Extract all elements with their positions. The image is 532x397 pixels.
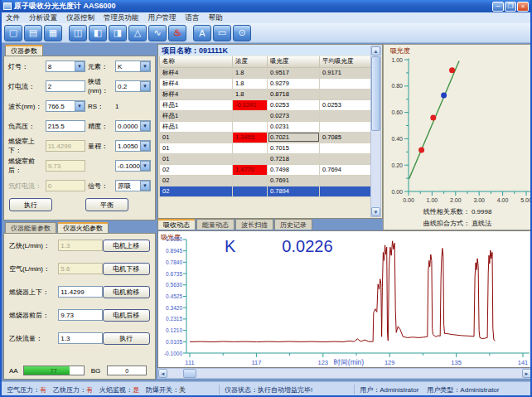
chevron-down-icon[interactable]: ▼ (140, 141, 150, 151)
chevron-down-icon[interactable]: ▼ (140, 121, 150, 131)
open-file-icon[interactable]: ▤ (24, 25, 42, 41)
table-row[interactable]: 021.47700.74980.7694 (160, 164, 373, 175)
precision-select[interactable]: 0.0000▼ (115, 120, 151, 132)
table-row[interactable]: 010.7015 (160, 143, 373, 153)
acetylene-flow-input[interactable]: 1.3 (58, 332, 102, 344)
instrument-device-icon[interactable]: ▭ (213, 25, 231, 41)
chevron-down-icon[interactable]: ▼ (75, 101, 85, 111)
burner-fb-input: 9.73 (46, 160, 85, 172)
flame-ignite-icon[interactable]: ♨ (168, 25, 186, 41)
menu-file[interactable]: 文件 (6, 13, 20, 23)
tab-flame-params[interactable]: 仪器火焰参数 (57, 222, 109, 233)
slit-select[interactable]: 0.2▼ (115, 80, 151, 92)
table-row[interactable]: 样品1-0.12410.02530.0253 (160, 99, 373, 110)
acetylene-flow-label: 乙炔流量： (9, 334, 58, 343)
scroll-left-icon[interactable]: ◄ (158, 369, 167, 378)
burner-fb-label: 燃烧室前后： (8, 157, 46, 175)
project-name-row: 项目名称：091111K (158, 45, 382, 56)
tab-energy-params[interactable]: 仪器能量参数 (5, 222, 56, 233)
lamp-current-input[interactable]: 2 (46, 80, 85, 92)
tab-wavelength-scan[interactable]: 波长扫描 (235, 219, 273, 230)
svg-text:117: 117 (251, 359, 261, 366)
table-row[interactable]: 标样41.80.95170.9171 (160, 67, 373, 78)
aa-progress-bar: 77 (23, 366, 85, 375)
wavelength-adjust-icon[interactable]: ∿ (148, 25, 167, 41)
range-select[interactable]: 1.0050▼ (115, 140, 151, 152)
tab-energy-dynamic[interactable]: 能量动态 (196, 219, 235, 230)
burner-ud-input: 11.4299 (46, 140, 85, 152)
table-row[interactable]: 样品10.0231 (160, 121, 373, 132)
wavelength-select[interactable]: 766.5▼ (46, 100, 85, 112)
table-scroll-thumb[interactable] (371, 56, 380, 131)
slit-value: 0.2 (116, 83, 140, 90)
energy-indicators: AA 77 BG 0 (9, 365, 150, 376)
motor-up-button[interactable]: 电机上移 (103, 240, 150, 252)
signal-label: 信号： (85, 182, 115, 191)
element-value: K (116, 63, 140, 70)
lamp-no-select[interactable]: 8▼ (46, 61, 85, 72)
restore-button[interactable]: ❐ (505, 2, 516, 12)
burner-fb2-input[interactable]: 9.73 (58, 309, 102, 321)
acetylene-label: 乙炔(L/min)： (9, 241, 58, 250)
precision-label: 精度： (85, 122, 115, 131)
scroll-up-icon[interactable]: ▲ (371, 46, 380, 56)
menu-user-management[interactable]: 用户管理 (148, 13, 177, 23)
flame-execute-button[interactable]: 执行 (103, 332, 150, 345)
table-row-selected[interactable]: 020.7894 (160, 186, 373, 196)
motor-back-button[interactable]: 电机后移 (103, 309, 150, 322)
table-row[interactable]: 020.7691 (160, 175, 373, 186)
table-vertical-scrollbar[interactable]: ▲ ▼ (370, 46, 381, 217)
execute-button[interactable]: 执行 (9, 198, 52, 211)
menu-analysis-settings[interactable]: 分析设置 (29, 13, 57, 23)
svg-text:-0.1000: -0.1000 (164, 351, 182, 356)
lamp-scan-icon[interactable]: ◨ (109, 25, 127, 41)
lamp-energy-icon[interactable]: ◧ (89, 25, 107, 41)
air-input: 5.6 (58, 263, 102, 274)
burner-fb2-label: 燃烧器前后： (9, 311, 58, 320)
tab-absorbance-dynamic[interactable]: 吸收动态 (157, 219, 196, 230)
lamp-scan-glyph: ◨ (114, 27, 122, 38)
neg-hv-input[interactable]: 215.5 (46, 120, 85, 132)
tab-instrument-params[interactable]: 仪器参数 (5, 45, 43, 56)
new-file-icon[interactable]: ▢ (4, 25, 22, 41)
air-label: 空气(L/min)： (9, 264, 58, 274)
table-row[interactable]: 标样41.80.8718 (160, 89, 373, 99)
signal-select[interactable]: 原吸▼ (115, 180, 151, 191)
chart-horizontal-scrollbar[interactable]: ◄ ► (157, 368, 532, 379)
table-row[interactable]: 样品10.0273 (160, 110, 373, 121)
element-select[interactable]: K▼ (115, 61, 151, 72)
chevron-down-icon[interactable]: ▼ (140, 161, 150, 171)
chart-scroll-thumb[interactable] (183, 369, 196, 378)
svg-text:0.40: 0.40 (391, 136, 403, 142)
offset-select[interactable]: -0.1000▼ (115, 160, 151, 172)
table-row[interactable]: 011.34550.70210.7085 (160, 132, 373, 143)
peak-search-icon[interactable]: △ (128, 25, 147, 41)
scroll-right-icon[interactable]: ► (522, 369, 531, 378)
menu-admin-functions[interactable]: 管理员功能 (104, 13, 139, 23)
close-button[interactable]: × (517, 2, 529, 12)
motor-forward-button[interactable]: 电机前移 (103, 286, 150, 298)
slit-label: 狭缝(nm)： (85, 77, 115, 95)
chevron-down-icon[interactable]: ▼ (75, 61, 85, 71)
chevron-down-icon[interactable]: ▼ (140, 81, 150, 91)
save-icon[interactable]: ▦ (44, 25, 62, 41)
menu-language[interactable]: 语言 (186, 13, 200, 23)
table-row[interactable]: 010.7218 (160, 153, 373, 164)
chevron-down-icon[interactable]: ▼ (140, 181, 150, 191)
menu-instrument-control[interactable]: 仪器控制 (66, 13, 94, 23)
menu-help[interactable]: 帮助 (209, 13, 223, 23)
scroll-down-icon[interactable]: ▼ (371, 207, 380, 216)
power-icon[interactable]: ⊙ (233, 25, 251, 41)
chevron-down-icon[interactable]: ▼ (140, 61, 150, 71)
lamp-position-icon[interactable]: ◫ (69, 25, 87, 41)
auto-sampler-icon[interactable]: A (193, 25, 211, 41)
svg-text:0.7840: 0.7840 (166, 259, 182, 265)
balance-button[interactable]: 平衡 (85, 198, 128, 211)
tab-history[interactable]: 历史记录 (274, 219, 312, 230)
motor-down-button[interactable]: 电机下移 (103, 263, 150, 275)
minimize-button[interactable]: ─ (492, 2, 504, 12)
calibration-panel: 吸光度 0.000.200.400.600.801.000.001.002.00… (383, 44, 532, 230)
table-row[interactable]: 标样41.80.9279 (160, 78, 373, 89)
burner-ud2-input[interactable]: 11.4299 (58, 286, 102, 298)
svg-text:0.1210: 0.1210 (166, 327, 182, 333)
